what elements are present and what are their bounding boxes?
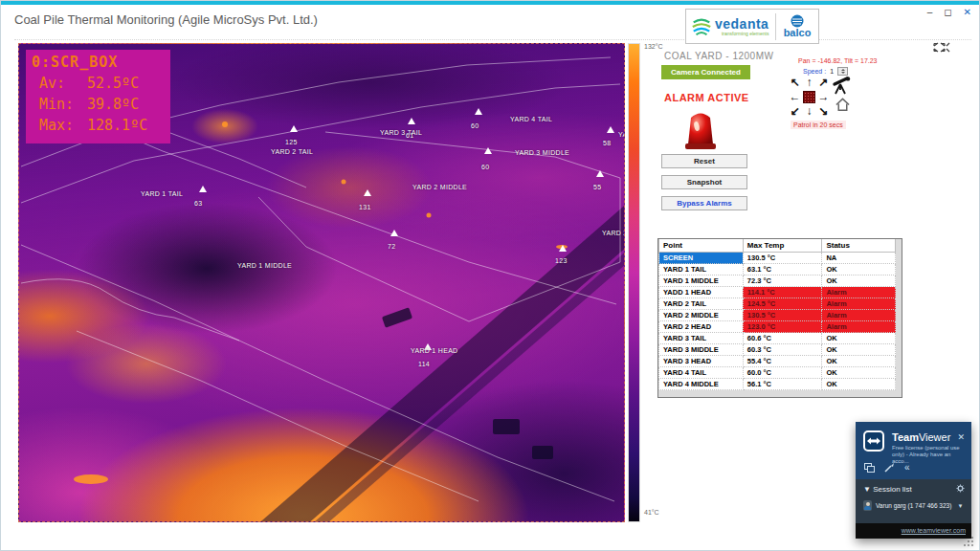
session-list-label[interactable]: ▼ Session list xyxy=(863,485,912,494)
cell-point: YARD 3 MIDDLE xyxy=(659,344,744,356)
table-row[interactable]: YARD 2 MIDDLE130.5 °CAlarm xyxy=(659,310,896,321)
table-header-row: Point Max Temp Status xyxy=(659,239,896,253)
table-row[interactable]: YARD 4 MIDDLE56.1 °COK xyxy=(659,379,896,390)
teamviewer-close-icon[interactable]: ✕ xyxy=(957,432,965,442)
speed-control: Speed : 1 xyxy=(803,67,848,76)
ptz-left-button[interactable]: ← xyxy=(788,90,802,104)
temperature-table: Point Max Temp Status SCREEN130.5 °CNAYA… xyxy=(657,238,902,398)
collapse-icon[interactable]: « xyxy=(904,463,910,473)
cell-temp: 72.3 °C xyxy=(743,276,822,287)
teamviewer-website-link[interactable]: www.teamviewer.com xyxy=(902,527,966,534)
teamviewer-toolbar: « xyxy=(864,462,910,473)
header-status[interactable]: Status xyxy=(822,239,896,253)
table-row[interactable]: YARD 2 HEAD123.0 °CAlarm xyxy=(659,321,896,333)
cell-temp: 63.1 °C xyxy=(743,264,822,276)
cell-temp: 124.5 °C xyxy=(743,298,822,310)
cell-status: Alarm xyxy=(822,321,896,333)
speed-value: 1 xyxy=(830,68,834,75)
chevron-down-icon[interactable]: ▼ xyxy=(957,503,963,509)
alarm-active-label: ALARM ACTIVE xyxy=(664,92,749,103)
balco-name: balco xyxy=(784,28,812,38)
cell-point: YARD 4 TAIL xyxy=(659,367,744,379)
camera-status-badge: Camera Connected xyxy=(661,65,750,79)
close-button[interactable]: ✕ xyxy=(964,7,971,18)
reset-button[interactable]: Reset xyxy=(661,154,747,168)
table-row[interactable]: YARD 1 MIDDLE72.3 °COK xyxy=(659,276,896,287)
cell-status: OK xyxy=(822,367,896,379)
cell-point: YARD 2 MIDDLE xyxy=(659,310,744,321)
session-user-row[interactable]: Varun garg (1 747 466 323) ▼ xyxy=(863,500,964,511)
cell-point: YARD 2 TAIL xyxy=(659,298,744,310)
table-row[interactable]: YARD 3 TAIL60.6 °COK xyxy=(659,333,896,344)
cell-point: YARD 3 TAIL xyxy=(659,333,744,344)
teamviewer-footer: www.teamviewer.com xyxy=(856,523,971,539)
ptz-right-button[interactable]: → xyxy=(816,90,831,104)
brush-icon[interactable] xyxy=(884,462,895,473)
cell-temp: 130.5 °C xyxy=(743,310,822,321)
camera-title: COAL YARD - 1200MW xyxy=(664,51,773,61)
table-row[interactable]: SCREEN130.5 °CNA xyxy=(659,253,896,264)
table-row[interactable]: YARD 3 HEAD55.4 °COK xyxy=(659,356,896,367)
cell-temp: 60.0 °C xyxy=(743,367,822,379)
session-user-name: Varun garg (1 747 466 323) xyxy=(876,502,951,509)
balco-emblem-icon xyxy=(791,14,804,28)
ptz-direction-pad: ↖↑↗←→↙↓↘ xyxy=(788,76,831,119)
cell-status: OK xyxy=(822,356,896,367)
cell-point: SCREEN xyxy=(659,253,744,264)
cell-point: YARD 2 HEAD xyxy=(659,321,744,333)
cell-status: Alarm xyxy=(822,310,896,321)
cell-point: YARD 3 HEAD xyxy=(659,356,744,367)
pan-tilt-readout: Pan = -146.82, Tilt = 17.23 xyxy=(798,57,878,64)
header-max-temp[interactable]: Max Temp xyxy=(743,239,822,253)
cell-status: OK xyxy=(822,344,896,356)
table-row[interactable]: YADD 1 HEAD114.1 °CAlarm xyxy=(659,287,896,298)
ptz-down-left-button[interactable]: ↙ xyxy=(788,104,802,119)
ptz-up-left-button[interactable]: ↖ xyxy=(788,76,802,90)
table-row[interactable]: YARD 3 MIDDLE60.3 °COK xyxy=(659,344,896,356)
ptz-down-right-button[interactable]: ↘ xyxy=(816,104,831,119)
table-row[interactable]: YARD 2 TAIL124.5 °CAlarm xyxy=(659,298,896,310)
table-row[interactable]: YARD 1 TAIL63.1 °COK xyxy=(659,264,896,276)
cell-temp: 56.1 °C xyxy=(743,379,822,390)
overlay-min-value: 39.8ºC xyxy=(87,96,139,113)
home-position-icon[interactable] xyxy=(835,97,851,113)
vedanta-logo: vedanta transforming elements xyxy=(686,16,775,37)
teamviewer-logo-icon xyxy=(863,430,884,452)
overlay-max-value: 128.1ºC xyxy=(87,117,147,134)
cell-status: NA xyxy=(822,253,896,264)
ptz-down-button[interactable]: ↓ xyxy=(802,104,816,119)
ptz-center-button[interactable] xyxy=(803,91,815,103)
gear-icon[interactable] xyxy=(956,484,965,493)
ptz-up-right-button[interactable]: ↗ xyxy=(816,76,831,90)
cell-status: Alarm xyxy=(822,298,896,310)
cell-temp: 123.0 °C xyxy=(743,321,822,333)
vedanta-tagline: transforming elements xyxy=(715,32,768,36)
bypass-alarms-button[interactable]: Bypass Alarms xyxy=(661,196,747,210)
table-row[interactable]: YARD 4 TAIL60.0 °COK xyxy=(659,367,896,379)
fullscreen-icon[interactable] xyxy=(933,42,950,53)
ptz-up-button[interactable]: ↑ xyxy=(802,76,816,90)
thermal-camera-view[interactable]: 0:SCR_BOX Av:52.5ºC Min:39.8ºC Max:128.1… xyxy=(18,43,625,522)
cell-point: YARD 1 TAIL xyxy=(659,264,744,276)
titlebar-accent xyxy=(1,1,980,5)
cell-status: OK xyxy=(822,276,896,287)
speed-spinner[interactable] xyxy=(837,67,848,76)
teamviewer-header: TeamViewer ✕ Free license (personal use … xyxy=(856,422,971,479)
minimize-button[interactable]: – xyxy=(927,7,933,18)
window-controls: – ◻ ✕ xyxy=(927,7,971,18)
remote-control-icon[interactable] xyxy=(864,463,875,473)
cell-status: Alarm xyxy=(822,287,896,298)
balco-logo: balco xyxy=(776,14,818,38)
cell-status: OK xyxy=(822,264,896,276)
patrol-countdown: Patrol in 20 secs xyxy=(791,121,846,129)
teamviewer-title: TeamViewer xyxy=(892,431,950,443)
snapshot-button[interactable]: Snapshot xyxy=(661,175,747,189)
overlay-max-label: Max: xyxy=(32,117,87,134)
cell-point: YADD 1 HEAD xyxy=(659,287,744,298)
header-point[interactable]: Point xyxy=(659,239,744,253)
app-window: Coal Pile Thermal Monitoring (Agile Micr… xyxy=(0,0,980,551)
maximize-button[interactable]: ◻ xyxy=(944,7,951,18)
avatar xyxy=(863,500,872,511)
cell-temp: 55.4 °C xyxy=(743,356,822,367)
preset-camera-icon[interactable] xyxy=(831,76,852,97)
